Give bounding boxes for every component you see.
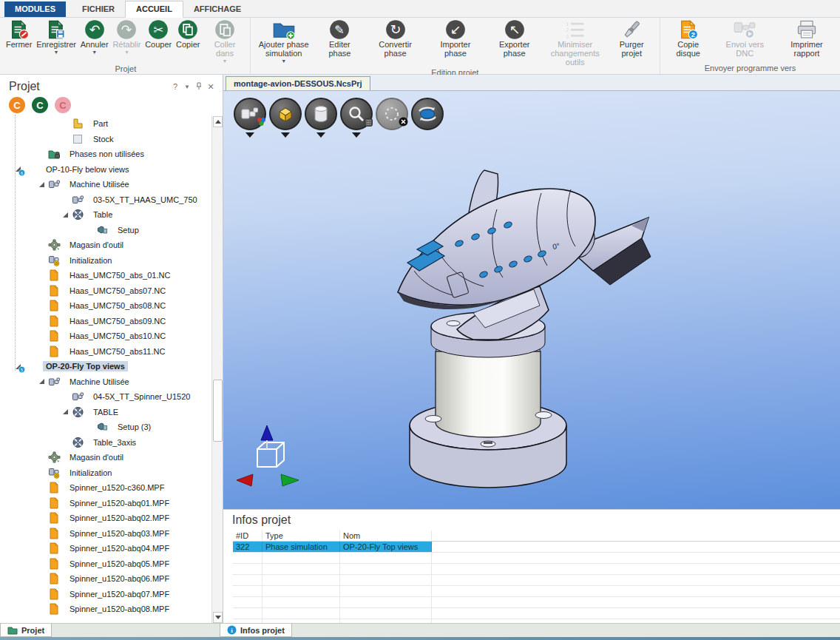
dropdown-caret-icon[interactable] xyxy=(316,132,325,138)
expander-icon[interactable] xyxy=(39,379,44,384)
tree-item-phases-non-utilis-es[interactable]: Phases non utilisées xyxy=(0,146,223,162)
tree-item-haas-umc750-abs07-nc[interactable]: Haas_UMC750_abs07.NC xyxy=(0,283,223,299)
column-header-type[interactable]: Type xyxy=(262,530,340,541)
scroll-up-icon[interactable] xyxy=(213,116,223,127)
expander-icon[interactable] xyxy=(39,182,44,187)
infos-table-row[interactable]: 322Phase simulationOP-20-Fly Top views xyxy=(233,542,840,553)
dropdown-caret-icon[interactable] xyxy=(245,132,254,138)
svg-text:3: 3 xyxy=(566,34,569,39)
tree-item-part[interactable]: Part xyxy=(0,116,223,132)
tree-item-label: Initialization xyxy=(67,255,115,266)
ribbon-tab-accueil[interactable]: ACCUEIL xyxy=(125,1,183,18)
tree-item-spinner-u1520-abq08-mpf[interactable]: Spinner_u1520-abq08.MPF xyxy=(0,602,223,617)
viewport-tool-tb-cube[interactable] xyxy=(269,98,304,142)
tree-item-spinner-u1520-abq01-mpf[interactable]: Spinner_u1520-abq01.MPF xyxy=(0,496,223,511)
viewport-tool-tb-orbit[interactable] xyxy=(411,98,446,142)
tree-item-label: Haas_UMC750_abs10.NC xyxy=(67,331,169,341)
pin-icon[interactable] xyxy=(193,82,205,92)
undo-icon: ↶ xyxy=(84,19,105,40)
expander-icon[interactable] xyxy=(63,409,68,414)
ribbon-button-purger-projet[interactable]: Purger projet xyxy=(606,18,657,59)
tree-item-magasin-d-outil[interactable]: Magasin d'outil xyxy=(0,450,223,465)
tree-item-spinner-u1520-abq05-mpf[interactable]: Spinner_u1520-abq05.MPF xyxy=(0,556,223,572)
cut-icon: ✂ xyxy=(148,19,169,40)
svg-text:✂: ✂ xyxy=(153,23,163,36)
ribbon-tab-fichier[interactable]: FICHIER xyxy=(72,1,125,17)
scrollbar-thumb[interactable] xyxy=(213,380,223,442)
ribbon-tab-affichage[interactable]: AFFICHAGE xyxy=(183,1,251,17)
c-orange-icon[interactable]: C xyxy=(9,97,25,113)
viewport-tool-tb-zoom[interactable] xyxy=(340,98,375,142)
tree-item-table-3axis[interactable]: Table_3axis xyxy=(0,435,223,451)
tree-item-setup[interactable]: Setup xyxy=(0,223,223,238)
infos-table: #IDTypeNom 322Phase simulationOP-20-Fly … xyxy=(233,530,840,623)
tree-item-table[interactable]: Table xyxy=(0,207,223,223)
ribbon-button-importer-phase[interactable]: ↙Importer phase xyxy=(426,18,484,59)
ribbon-button-copie-disque[interactable]: 2Copie disque xyxy=(663,18,714,59)
statusbar-tab-infos[interactable]: i Infos projet xyxy=(220,624,292,637)
tree-item-setup-3-[interactable]: Setup (3) xyxy=(0,420,223,435)
dropdown-caret-icon[interactable] xyxy=(352,132,361,138)
chevron-down-icon[interactable]: ▼ xyxy=(181,84,193,90)
tree-item-label: Spinner_u1520-abq01.MPF xyxy=(67,498,172,508)
tree-item-op-20-fly-top-views[interactable]: 5 OP-20-Fly Top views xyxy=(0,359,223,374)
close-icon[interactable]: ✕ xyxy=(205,82,217,92)
tree-item-machine-utilis-e[interactable]: Machine Utilisée xyxy=(0,374,223,390)
help-icon[interactable]: ? xyxy=(169,82,181,91)
scroll-down-icon[interactable] xyxy=(213,612,223,623)
expander-icon[interactable] xyxy=(63,212,68,218)
ribbon-button-ajouter-phase-simulation[interactable]: Ajouter phase simulation ▼ xyxy=(253,18,315,64)
ribbon-tab-modules[interactable]: MODULES xyxy=(4,1,66,17)
tree-item-03-5x-tt-haas-umc-750[interactable]: 03-5X_TT_HAAS_UMC_750 xyxy=(0,192,223,208)
ribbon-button-fermer[interactable]: Fermer xyxy=(4,18,34,50)
ribbon-button-copier[interactable]: Copier xyxy=(174,18,202,50)
ribbon-button-editer-phase[interactable]: ✎Editer phase xyxy=(315,18,365,59)
tree-item-spinner-u1520-abq04-mpf[interactable]: Spinner_u1520-abq04.MPF xyxy=(0,541,223,556)
viewport-3d[interactable]: 0° xyxy=(223,91,840,509)
tree-item-haas-umc750-abs-01-nc[interactable]: Haas_UMC750_abs_01.NC xyxy=(0,268,223,283)
ribbon-button-label: Annuler xyxy=(81,41,109,50)
model-airplane-on-fixture: 0° xyxy=(223,91,838,509)
tree-item-spinner-u1520-c360-mpf[interactable]: Spinner_u1520-c360.MPF xyxy=(0,480,223,496)
tree-item-initialization[interactable]: ⚙ Initialization xyxy=(0,253,223,269)
tree-item-table[interactable]: TABLE xyxy=(0,405,223,420)
ribbon-button-convertir-phase[interactable]: ↻Convertir phase xyxy=(365,18,426,59)
document-tab[interactable]: montage-avion-DESSOUS.NcsPrj xyxy=(226,76,370,90)
ribbon-tabbar: MODULESFICHIERACCUEILAFFICHAGE xyxy=(0,0,840,18)
ribbon-button-exporter-phase[interactable]: ↖Exporter phase xyxy=(485,18,544,59)
ribbon-button-label: Enregistrer xyxy=(36,41,76,50)
tree-item-magasin-d-outil[interactable]: Magasin d'outil xyxy=(0,238,223,253)
viewport-tool-tb-cylinder[interactable] xyxy=(305,98,339,142)
tree-item-haas-umc750-abs08-nc[interactable]: Haas_UMC750_abs08.NC xyxy=(0,298,223,314)
statusbar-tab-projet[interactable]: Projet xyxy=(0,624,52,637)
tree-item-initialization[interactable]: ⚙ Initialization xyxy=(0,465,223,481)
ribbon-button-enregistrer[interactable]: Enregistrer ▼ xyxy=(34,18,78,55)
doc-orange-icon xyxy=(48,528,60,539)
tree-item-spinner-u1520-abq02-mpf[interactable]: Spinner_u1520-abq02.MPF xyxy=(0,511,223,526)
tree-item-op-10-fly-below-views[interactable]: 6 OP-10-Fly below views xyxy=(0,162,223,178)
column-header-nom[interactable]: Nom xyxy=(340,530,432,541)
tree-item-haas-umc750-abs11-nc[interactable]: Haas_UMC750_abs11.NC xyxy=(0,344,223,360)
ribbon-button-annuler[interactable]: ↶Annuler ▼ xyxy=(78,18,111,55)
svg-text:↙: ↙ xyxy=(450,22,461,37)
import-icon: ↙ xyxy=(445,19,466,40)
ribbon-button-imprimer-rapport[interactable]: Imprimer rapport xyxy=(776,18,838,59)
dropdown-caret-icon[interactable] xyxy=(281,132,290,138)
tree-item-spinner-u1520-abq07-mpf[interactable]: Spinner_u1520-abq07.MPF xyxy=(0,587,223,602)
tree-item-haas-umc750-abs10-nc[interactable]: Haas_UMC750_abs10.NC xyxy=(0,329,223,344)
tree-item-spinner-u1520-abq03-mpf[interactable]: Spinner_u1520-abq03.MPF xyxy=(0,526,223,542)
c-pink-icon[interactable]: C xyxy=(55,97,71,113)
tree-item-stock[interactable]: Stock xyxy=(0,132,223,147)
statusbar-tab-infos-label: Infos projet xyxy=(240,626,285,635)
doc-orange-icon xyxy=(48,497,60,509)
column-header-id[interactable]: #ID xyxy=(233,530,262,541)
viewport-tool-tb-machine[interactable] xyxy=(234,98,268,142)
tree-scrollbar[interactable] xyxy=(211,116,223,623)
tree-item-haas-umc750-abs09-nc[interactable]: Haas_UMC750_abs09.NC xyxy=(0,314,223,329)
tree-item-label: Spinner_u1520-abq04.MPF xyxy=(67,543,172,553)
c-green-icon[interactable]: C xyxy=(32,97,48,113)
tree-item-spinner-u1520-abq06-mpf[interactable]: Spinner_u1520-abq06.MPF xyxy=(0,571,223,587)
ribbon-button-couper[interactable]: ✂Couper xyxy=(143,18,174,50)
tree-item-machine-utilis-e[interactable]: Machine Utilisée xyxy=(0,177,223,192)
tree-item-04-5x-tt-spinner-u1520[interactable]: 04-5X_TT_Spinner_U1520 xyxy=(0,389,223,405)
